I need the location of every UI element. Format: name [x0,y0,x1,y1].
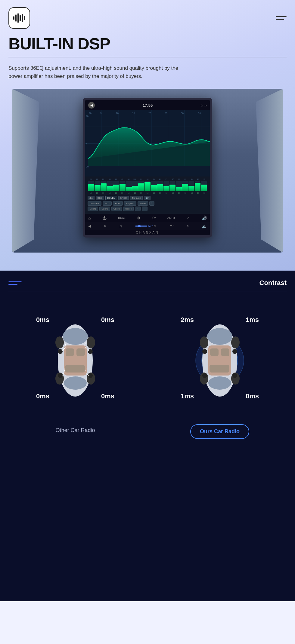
eq-label: 43 [119,178,125,180]
eq-bar[interactable] [132,181,138,191]
eq-label: 70 [176,178,182,180]
svg-text:15: 15 [132,112,135,115]
user2-button[interactable]: User2 [99,207,110,211]
user4-button[interactable]: User4 [123,207,134,211]
svg-text:36: 36 [198,112,201,115]
contrast-divider [8,292,287,292]
svg-rect-52 [210,348,219,356]
svg-point-50 [208,376,231,390]
menu-button[interactable] [276,16,287,20]
contrast-label: Contrast [259,279,287,287]
reset-button[interactable]: Reset [138,201,148,206]
eq-label: 14 [138,178,144,180]
rock-button[interactable]: Rock [113,201,123,206]
header [0,0,295,35]
eq-label: 20 [88,178,94,180]
vol-down-icon[interactable]: 🔈 [202,224,207,228]
svg-text:20: 20 [89,112,92,115]
eq-bar[interactable] [201,181,207,191]
ours-delay-bottom-left: 1ms [181,392,194,400]
svg-rect-4 [22,14,23,22]
eq-bar[interactable] [101,181,107,191]
eq-bar[interactable] [88,181,94,191]
jazz-button[interactable]: Jazz [103,201,112,206]
home-icon[interactable]: ⌂ [88,216,91,220]
temp-icon[interactable]: ♫ [119,224,122,228]
logo [8,7,30,29]
add-user-button[interactable]: + [135,207,141,211]
fan2-icon[interactable]: ⟳ [154,225,156,228]
vol-up-icon[interactable]: 🔊 [202,216,207,220]
eq-bar[interactable] [95,181,101,191]
back-button[interactable]: ◀ [88,102,95,109]
bbe-button[interactable]: BBE [96,196,104,200]
svg-point-36 [87,336,95,348]
back-nav-icon[interactable]: ◀ [88,224,91,228]
svg-rect-0 [13,16,14,20]
svg-rect-2 [17,13,19,23]
eq-label: 51 [189,178,195,180]
eq-bar[interactable] [144,181,151,191]
snowflake-icon[interactable]: ❄ [137,216,141,220]
svg-text:5: 5 [100,112,102,115]
eq-curve-chart: 20 5 10 15 20 25 30 36 20 0 -20 [85,110,210,176]
eq-bar[interactable] [107,181,113,191]
eq-label: 34 [107,178,113,180]
screen-time: 17:55 [143,103,153,108]
effect-buttons-row: dts BBE DOLBY SRS⊙ Through 🔊 [88,196,207,200]
car-screen-device: ◀ 17:55 ⌂ ▭ [83,98,212,238]
eq-bar[interactable] [182,181,188,191]
eq-bar[interactable] [163,181,169,191]
dts-button[interactable]: dts [88,196,95,200]
svg-rect-1 [15,14,17,22]
eq-bar[interactable] [120,181,126,191]
fan-icon[interactable]: ⟳ [152,216,156,220]
svg-text:20: 20 [148,112,151,115]
power-icon[interactable]: ⏻ [102,216,107,220]
eq-bar[interactable] [195,181,201,191]
mode-icon[interactable]: ↗ [186,216,190,220]
eq-bar[interactable] [138,181,144,191]
eq-bar[interactable] [176,181,182,191]
eq-label: 15 [201,178,207,180]
user1-button[interactable]: User1 [88,207,98,211]
svg-point-59 [202,349,207,354]
ours-delay-bottom-right: 0ms [246,392,259,400]
svg-text:0: 0 [86,143,87,146]
svg-text:10: 10 [116,112,119,115]
ours-car-radio-button[interactable]: Ours Car Radio [190,424,249,439]
classical-button[interactable]: Classical [88,201,101,206]
remove-user-button[interactable]: − [142,207,148,211]
eq-bar[interactable] [188,181,194,191]
through-button[interactable]: Through [130,196,143,200]
user3-button[interactable]: User3 [111,207,122,211]
wifi-icon: ⌂ [200,103,203,107]
eq-bar[interactable] [113,181,119,191]
audio-waveform-icon [12,11,26,25]
wave-icon[interactable]: 〜 [169,223,174,229]
info-button[interactable]: ℹ [149,201,154,206]
temp-slider: 24°C ⟳ [135,225,156,228]
eq-bar[interactable] [169,181,175,191]
svg-rect-54 [210,365,229,373]
eq-bar[interactable] [157,181,163,191]
eq-label: 21 [151,178,157,180]
preset-buttons-row: Classical Jazz Rock Popular Reset ℹ [88,201,207,206]
eq-bar[interactable] [151,181,157,191]
eq-display: 20 5 10 15 20 25 30 36 20 0 -20 [85,110,210,176]
svg-rect-34 [65,365,85,373]
eq-label: 46 [126,178,132,180]
vol-button[interactable]: 🔊 [144,196,151,200]
svg-point-62 [232,373,237,378]
eq-label: 15 [195,178,201,180]
eq-label: 100 [132,178,138,180]
svg-text:25: 25 [165,112,167,115]
popular-button[interactable]: Popular [124,201,137,206]
eq-bar[interactable] [126,181,132,191]
other-delay-bottom-left: 0ms [36,392,49,400]
dolby-button[interactable]: DOLBY [105,196,117,200]
srs-button[interactable]: SRS⊙ [118,196,129,200]
svg-point-55 [200,336,208,348]
eq-controls: 20 24 29 34 38 43 46 100 14 18 21 24 [85,176,210,214]
svg-rect-5 [24,16,25,20]
